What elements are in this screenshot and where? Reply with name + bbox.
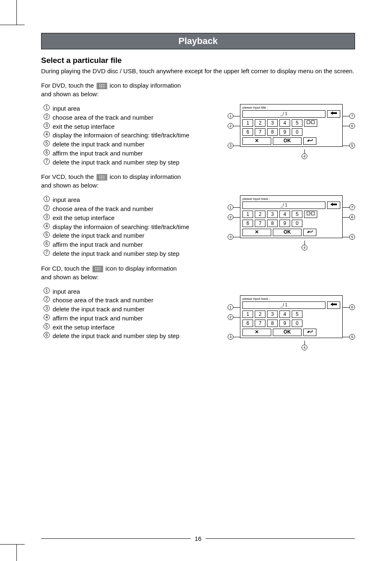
callout: 5 [349, 143, 355, 148]
callout: 5 [349, 334, 355, 340]
mode-toggle-button[interactable] [304, 119, 317, 127]
callout: 6 [349, 214, 355, 220]
keypad-key[interactable]: 9 [279, 320, 290, 327]
keypad-key[interactable]: 4 [279, 119, 290, 127]
vcd-lead-tail: and shown as below: [41, 182, 99, 189]
keypad-key[interactable]: 3 [267, 311, 278, 318]
return-button[interactable] [303, 229, 316, 236]
vcd-diagram: please input track : _/ 1 1 2 3 4 5 [228, 195, 355, 238]
keypad-key[interactable]: 0 [292, 220, 302, 227]
callout: 7 [349, 113, 355, 119]
svg-rect-2 [307, 212, 310, 215]
grid-icon [92, 266, 103, 272]
keypad-key[interactable]: 8 [267, 128, 278, 136]
dvd-lead: For DVD, touch the icon to display infor… [41, 81, 355, 98]
list-item: affirm the input track and number [53, 315, 143, 322]
vcd-lead: For VCD, touch the icon to display infor… [41, 172, 355, 190]
cd-list: 1input area 2choose area of the track an… [41, 287, 224, 341]
return-button[interactable] [303, 137, 316, 145]
keypad-key[interactable]: 2 [255, 211, 265, 218]
callout: 4 [302, 245, 307, 250]
panel-title: please input title : [240, 104, 342, 110]
keypad-key[interactable]: 8 [267, 220, 278, 227]
page-footer: 16 [41, 535, 355, 542]
list-item: affirm the input track and number [53, 150, 143, 157]
ok-button[interactable]: OK [273, 137, 302, 145]
keypad-key[interactable]: 7 [255, 220, 265, 227]
list-item: delete the input track and number [53, 306, 144, 313]
keypad-key[interactable]: 1 [242, 119, 253, 127]
keypad-key[interactable]: 5 [292, 211, 302, 218]
list-item: display the informaion of searching: tit… [53, 223, 189, 230]
dvd-diagram: please input title : _/ 1 1 2 3 4 5 [228, 104, 355, 147]
cancel-button[interactable]: ✕ [242, 229, 271, 236]
grid-icon [97, 174, 107, 181]
keypad-key[interactable]: 2 [255, 119, 265, 127]
list-item: delete the input track and number step b… [53, 332, 180, 339]
keypad-key[interactable]: 1 [242, 211, 253, 218]
callout: 1 [228, 204, 233, 210]
cd-lead-pre: For CD, touch the [41, 265, 90, 272]
list-item: delete the input track and number [53, 232, 144, 239]
list-item: exit the setup interface [53, 324, 115, 331]
cd-lead-post: icon to display information [106, 265, 177, 272]
backspace-button[interactable] [327, 202, 340, 209]
keypad-key[interactable]: 5 [292, 311, 302, 318]
callout: 3 [228, 334, 233, 340]
cancel-button[interactable]: ✕ [242, 137, 271, 145]
svg-rect-0 [307, 121, 310, 124]
vcd-list: 1input area 2choose area of the track an… [41, 195, 224, 258]
cd-lead-tail: and shown as below: [41, 274, 99, 280]
section-title: Select a particular file [41, 56, 355, 65]
list-item: delete the input track and number step b… [53, 250, 180, 257]
mode-toggle-button[interactable] [304, 211, 317, 218]
keypad-key[interactable]: 7 [255, 320, 265, 327]
keypad-key[interactable]: 9 [279, 128, 290, 136]
page-title: Playback [41, 33, 355, 49]
callout: 4 [302, 153, 307, 159]
ok-button[interactable]: OK [273, 329, 302, 336]
list-item: input area [53, 288, 80, 295]
ok-button[interactable]: OK [273, 229, 302, 236]
keypad-key[interactable]: 0 [292, 320, 302, 327]
list-item: input area [53, 196, 80, 203]
keypad-key[interactable]: 4 [279, 211, 290, 218]
keypad-key[interactable]: 3 [267, 119, 278, 127]
keypad-key[interactable]: 9 [279, 220, 290, 227]
keypad-key[interactable]: 6 [242, 128, 253, 136]
input-area[interactable]: _/ 1 [242, 202, 325, 209]
list-item: input area [53, 105, 80, 112]
keypad-key[interactable]: 5 [292, 119, 302, 127]
keypad-key[interactable]: 4 [279, 311, 290, 318]
dvd-lead-pre: For DVD, touch the [41, 82, 94, 89]
callout: 7 [349, 204, 355, 210]
list-item: exit the setup interface [53, 123, 115, 130]
keypad-key[interactable]: 0 [292, 128, 302, 136]
panel-title: please input track : [240, 296, 342, 301]
list-item: choose area of the track and number [53, 297, 153, 304]
keypad-key[interactable]: 7 [255, 128, 265, 136]
callout: 5 [349, 234, 355, 240]
input-area[interactable]: _/ 1 [242, 110, 325, 118]
list-item: exit the setup interface [53, 214, 115, 221]
list-item: delete the input track and number step b… [53, 159, 180, 166]
cancel-button[interactable]: ✕ [242, 329, 271, 336]
backspace-button[interactable] [327, 110, 340, 118]
keypad-key[interactable]: 3 [267, 211, 278, 218]
panel-title: please input track : [240, 196, 342, 202]
keypad-key[interactable]: 1 [242, 311, 253, 318]
list-item: choose area of the track and number [53, 114, 153, 121]
keypad-key[interactable]: 2 [255, 311, 265, 318]
keypad-key[interactable]: 6 [242, 220, 253, 227]
vcd-lead-post: icon to display information [110, 173, 181, 180]
return-button[interactable] [303, 329, 316, 336]
keypad-key[interactable]: 6 [242, 320, 253, 327]
backspace-button[interactable] [327, 301, 340, 309]
callout: 2 [228, 314, 233, 320]
vcd-lead-pre: For VCD, touch the [41, 173, 94, 180]
list-item: affirm the input track and number [53, 241, 143, 248]
callout: 2 [228, 123, 233, 129]
svg-rect-1 [311, 121, 314, 124]
keypad-key[interactable]: 8 [267, 320, 278, 327]
input-area[interactable]: _/ 1 [242, 301, 325, 309]
